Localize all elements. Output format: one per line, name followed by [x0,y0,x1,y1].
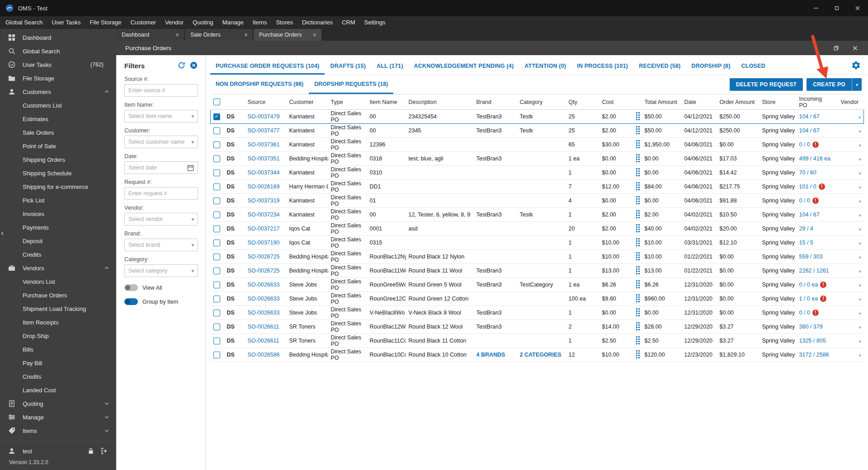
incoming-po-link[interactable]: 0 / 0 [799,310,810,316]
delete-po-request-button[interactable]: DELETE PO REQUEST [730,78,803,91]
source-link[interactable]: SO-0026586 [248,352,280,358]
col-header-order[interactable]: Order Amount [717,94,760,110]
row-checkbox[interactable] [213,296,220,302]
col-header-desc[interactable]: Description [406,94,474,110]
po-request-row[interactable]: DSSO-0026633Steve JobsDirect Sales PORou… [211,278,864,292]
grip-icon[interactable] [636,280,640,289]
grip-icon[interactable] [636,252,640,261]
source-link[interactable]: SO-0026725 [248,268,280,274]
filter-input-category[interactable]: Select category▾ [124,264,198,277]
po-request-row[interactable]: DSSO-0037479KarinatestDirect Sales PO002… [211,110,864,124]
grip-icon[interactable] [636,154,640,163]
vendor-cell[interactable]: ▾ [838,306,864,320]
filter-input-customer[interactable]: Select customer name▾ [124,136,198,148]
sidebar-item-invoices[interactable]: Invoices [0,207,116,221]
brand-cell[interactable]: 4 BRANDS [474,348,517,362]
menu-file-storage[interactable]: File Storage [85,16,126,29]
source-link[interactable]: SO-0037319 [248,197,280,204]
grip-icon[interactable] [636,210,640,219]
vendor-cell[interactable]: ▾ [838,236,864,250]
incoming-po-link[interactable]: 499 / 416 ea [799,155,831,162]
sidebar-item-bills[interactable]: Bills [0,343,116,356]
create-po-button[interactable]: CREATE PO [807,78,852,91]
sidebar-item-global-search[interactable]: Global Search [0,44,116,58]
menu-manage[interactable]: Manage [218,16,248,29]
vendor-cell[interactable]: ▾ [838,124,864,138]
source-link[interactable]: SO-0037361 [248,141,280,148]
subtab-dropship-requests-18[interactable]: DROPSHIP REQUESTS (18) [309,75,393,94]
source-link[interactable]: SO-0037190 [248,240,280,246]
filter-input-date[interactable]: Select date [124,161,198,174]
categories-link[interactable]: 2 CATEGORIES [520,352,561,358]
sidebar-item-point-of-sale[interactable]: Point of Sale [0,139,116,153]
po-request-row[interactable]: DSSO-0026611SR TonersDirect Sales PORoun… [211,320,864,334]
select-all-checkbox[interactable] [213,99,220,105]
grip-icon[interactable] [636,266,640,275]
grip-icon[interactable] [636,196,640,205]
tab-dashboard[interactable]: Dashboard× [116,29,184,41]
row-checkbox[interactable] [213,212,220,218]
row-checkbox[interactable] [213,141,220,148]
tab-sale-orders[interactable]: Sale Orders× [185,29,253,41]
row-checkbox[interactable] [213,338,220,344]
sidebar-item-file-storage[interactable]: File Storage [0,71,116,85]
user-row[interactable]: test [0,444,116,458]
col-header-cost[interactable]: Cost [599,94,633,110]
menu-vendor[interactable]: Vendor [160,16,188,29]
sidebar-item-dashboard[interactable]: Dashboard [0,31,116,44]
col-header-store[interactable]: Store [760,94,797,110]
vendor-cell[interactable]: ▾ [838,208,864,222]
incoming-po-link[interactable]: 29 / 4 [799,226,813,232]
sidebar-item-estimates[interactable]: Estimates [0,112,116,126]
sidebar-item-credits[interactable]: Credits [0,370,116,383]
grip-icon[interactable] [636,126,640,135]
close-tab-icon[interactable]: × [243,32,249,38]
vendor-cell[interactable]: ▾ [838,138,864,152]
po-request-row[interactable]: DSSO-0037217Iqos CatDirect Sales PO0001a… [211,222,864,236]
sidebar-item-deposit[interactable]: Deposit [0,234,116,248]
close-button[interactable] [847,0,868,16]
col-header-item[interactable]: Item Name [367,94,406,110]
close-tab-icon[interactable]: × [311,32,318,38]
menu-items[interactable]: Items [248,16,272,29]
col-header-customer[interactable]: Customer [287,94,328,110]
lock-icon[interactable] [86,446,95,456]
po-request-row[interactable]: DSSO-0026725Bedding HospitaliDirect Sale… [211,264,864,278]
maximize-button[interactable] [826,0,847,16]
grip-icon[interactable] [636,168,640,177]
menu-user-tasks[interactable]: User Tasks [47,16,85,29]
incoming-po-link[interactable]: 0 / 0 [799,197,810,204]
panel-close-button[interactable] [845,41,864,55]
incoming-po-link[interactable]: 104 / 67 [799,113,820,120]
sidebar-item-purchase-orders[interactable]: Purchase Orders [0,288,116,302]
vendor-cell[interactable]: ▾ [838,292,864,306]
col-header-source[interactable]: Source [245,94,287,110]
vendor-cell[interactable]: ▾ [838,222,864,236]
vendor-cell[interactable]: ▾ [838,250,864,264]
row-checkbox[interactable] [213,324,220,330]
vendor-cell[interactable]: ▾ [838,334,864,348]
row-checkbox[interactable] [213,183,220,190]
row-checkbox[interactable] [213,226,220,232]
source-link[interactable]: SO-0037351 [248,155,280,162]
filter-input-source[interactable]: Enter source # [124,84,198,97]
incoming-po-link[interactable]: 2262 / 1261 [799,268,829,274]
sidebar-item-customers-list[interactable]: Customers List [0,99,116,112]
col-header-category[interactable]: Category [517,94,566,110]
source-link[interactable]: SO-0037344 [248,169,280,176]
incoming-po-link[interactable]: 1 / 0 ea [799,296,818,302]
source-link[interactable]: SO-0037477 [248,127,280,134]
grip-icon[interactable] [636,336,640,345]
source-link[interactable]: SO-0037479 [248,113,280,120]
status-tab-attention-0[interactable]: ATTENTION (0) [519,63,571,75]
grip-icon[interactable] [636,238,640,247]
brands-link[interactable]: 4 BRANDS [476,352,505,358]
po-request-row[interactable]: DSSO-0037190Iqos CatDirect Sales PO03151… [211,236,864,250]
incoming-po-link[interactable]: 0 / 0 ea [799,282,818,288]
incoming-po-link[interactable]: 380 / 379 [799,324,823,330]
vendor-cell[interactable]: ▾ [838,264,864,278]
create-po-dropdown[interactable]: ▾ [852,78,862,91]
po-request-row[interactable]: DSSO-0037477KarinatestDirect Sales PO002… [211,124,864,138]
row-checkbox[interactable] [213,310,220,316]
po-request-row[interactable]: DSSO-0026633Steve JobsDirect Sales PORou… [211,292,864,306]
